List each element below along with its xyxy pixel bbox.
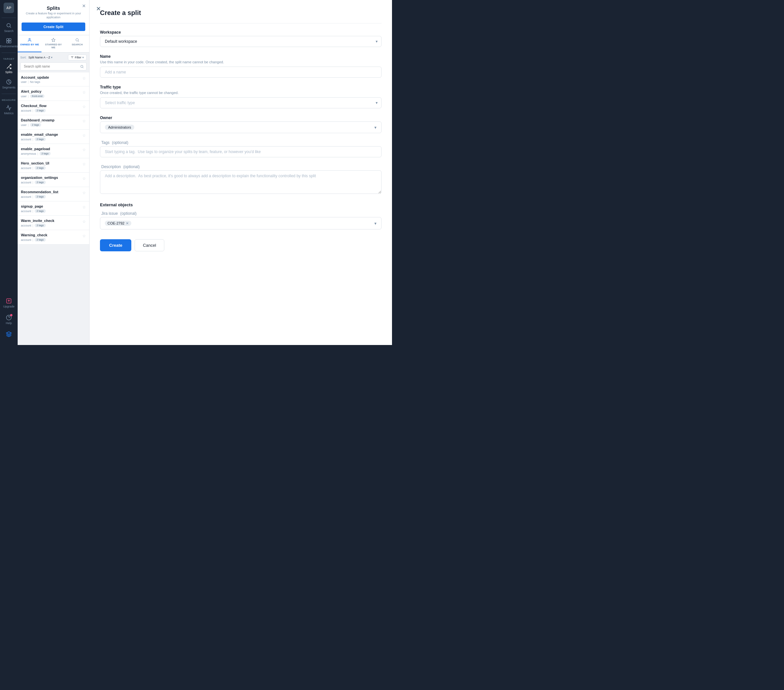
list-item[interactable]: organization_settings account | 2 tags ☆ — [18, 172, 89, 187]
list-item[interactable]: Hero_section_UI account | 2 tags ☆ — [18, 158, 89, 172]
split-item-info: Hero_section_UI account | 2 tags — [21, 161, 49, 170]
split-type: anonymous — [21, 152, 36, 155]
sort-value: Split Name A→Z — [28, 56, 50, 59]
tags-label: Tags (optional) — [100, 140, 382, 145]
star-button[interactable]: ☆ — [82, 90, 86, 95]
list-item[interactable]: Checkout_flow account | 2 tags ☆ — [18, 101, 89, 115]
star-button[interactable]: ☆ — [82, 119, 86, 123]
meta-separator: | — [33, 224, 33, 227]
tags-input[interactable] — [100, 146, 382, 157]
split-item-meta: user | No tags — [21, 80, 49, 84]
list-item[interactable]: Warm_invite_check account | 2 tags ☆ — [18, 216, 89, 230]
external-objects-title: External objects — [100, 202, 382, 207]
description-textarea[interactable] — [100, 170, 382, 194]
sidebar-item-search[interactable]: Search — [0, 20, 18, 35]
owner-chevron-icon: ▾ — [374, 125, 377, 130]
sidebar-section-measure: MEASURE — [0, 96, 18, 102]
list-item[interactable]: Dashboard_revamp user | 2 tags ☆ — [18, 115, 89, 130]
meta-separator: | — [28, 123, 29, 127]
sidebar-item-label: Metrics — [4, 112, 14, 115]
splits-panel-title: Splits — [21, 5, 85, 11]
tab-owned-by-me[interactable]: OWNED BY ME — [18, 35, 41, 52]
search-input[interactable] — [20, 62, 87, 71]
split-item-meta: account | 2 tags — [21, 238, 47, 242]
sidebar-divider-top — [2, 18, 16, 18]
form-buttons: Create Cancel — [100, 239, 382, 251]
sidebar-section-target: TARGET — [0, 55, 18, 61]
tab-starred-by-me[interactable]: STARRED BY ME — [41, 35, 65, 52]
split-item-name: Checkout_flow — [21, 104, 46, 108]
split-item-info: Dashboard_revamp user | 2 tags — [21, 118, 54, 127]
split-item-meta: user | 2 tags — [21, 123, 54, 127]
name-input[interactable] — [100, 67, 382, 78]
close-panel-button[interactable]: ✕ — [82, 3, 86, 8]
list-item[interactable]: enable_email_change account | 2 tags ☆ — [18, 130, 89, 144]
split-item-info: enable_email_change account | 2 tags — [21, 133, 58, 141]
filter-icon — [71, 56, 74, 59]
jira-input[interactable]: COE-2792 ✕ ▾ — [100, 217, 382, 230]
jira-tag-remove-button[interactable]: ✕ — [126, 222, 129, 225]
star-button[interactable]: ☆ — [82, 219, 86, 224]
star-button[interactable]: ☆ — [82, 104, 86, 109]
split-item-meta: user | front-end — [21, 94, 44, 98]
split-item-info: Checkout_flow account | 2 tags — [21, 104, 46, 112]
split-type: account — [21, 109, 31, 112]
meta-separator: | — [33, 166, 33, 170]
sidebar-item-environments[interactable]: Environments — [0, 35, 18, 51]
avatar[interactable]: AP — [3, 3, 14, 13]
sidebar-item-splits[interactable]: Splits — [0, 61, 18, 76]
owner-select[interactable]: Administrators ▾ — [100, 122, 382, 133]
create-split-button[interactable]: Create Split — [21, 23, 85, 31]
form-section-owner: Owner Administrators ▾ — [100, 115, 382, 133]
sidebar-item-label: Environments — [0, 45, 18, 48]
star-button[interactable]: ☆ — [82, 162, 86, 166]
split-type: user — [21, 95, 27, 98]
svg-rect-3 — [7, 41, 8, 43]
modal-close-button[interactable]: ✕ — [96, 5, 101, 12]
star-button[interactable]: ☆ — [82, 191, 86, 195]
split-item-meta: account | 2 tags — [21, 109, 46, 112]
notification-dot — [10, 314, 12, 316]
star-button[interactable]: ☆ — [82, 133, 86, 138]
owner-badge: Administrators — [105, 125, 134, 130]
split-item-name: signup_page — [21, 204, 46, 208]
split-item-meta: account | 2 tags — [21, 181, 58, 184]
sidebar-item-metrics[interactable]: Metrics — [0, 102, 18, 118]
split-item-info: Warning_check account | 2 tags — [21, 233, 47, 242]
sidebar-item-upgrade[interactable]: Upgrade — [2, 296, 16, 311]
form-section-name: Name Use this name in your code. Once cr… — [100, 54, 382, 78]
traffic-type-select[interactable]: Select traffic type — [100, 97, 382, 108]
list-item[interactable]: signup_page account | 2 tags ☆ — [18, 201, 89, 216]
upgrade-icon — [6, 298, 12, 304]
svg-point-14 — [81, 65, 83, 67]
sort-select[interactable]: Split Name A→Z ▾ — [28, 56, 53, 59]
filter-button[interactable]: Filter ▾ — [68, 54, 87, 61]
split-item-name: Alert_policy — [21, 89, 44, 94]
star-button[interactable]: ☆ — [82, 76, 86, 80]
list-item[interactable]: Warning_check account | 2 tags ☆ — [18, 230, 89, 245]
star-button[interactable]: ☆ — [82, 176, 86, 181]
sidebar-item-segments[interactable]: Segments — [0, 76, 18, 92]
star-button[interactable]: ☆ — [82, 148, 86, 152]
star-button[interactable]: ☆ — [82, 205, 86, 210]
list-item[interactable]: Recommendation_list account | 2 tags ☆ — [18, 187, 89, 201]
meta-separator: | — [38, 152, 38, 155]
list-item[interactable]: enable_pageload anonymous | 2 tags ☆ — [18, 144, 89, 158]
tab-search[interactable]: SEARCH — [65, 35, 89, 52]
split-item-name: enable_email_change — [21, 133, 58, 136]
list-item[interactable]: Account_update user | No tags ☆ — [18, 72, 89, 87]
modal-title: Create a split — [100, 8, 382, 16]
split-type: account — [21, 195, 31, 199]
star-button[interactable]: ☆ — [82, 234, 86, 238]
sidebar-item-help[interactable]: Help — [2, 312, 16, 327]
cancel-button[interactable]: Cancel — [135, 239, 164, 251]
create-button[interactable]: Create — [100, 239, 131, 251]
workspace-select[interactable]: Default workspace — [100, 36, 382, 47]
split-type: account — [21, 138, 31, 141]
tab-label: STARRED BY ME — [43, 43, 64, 49]
split-item-meta: anonymous | 2 tags — [21, 152, 51, 155]
filter-chevron-icon: ▾ — [82, 56, 84, 59]
sidebar-item-label: Search — [4, 30, 14, 33]
svg-point-8 — [29, 38, 30, 40]
list-item[interactable]: Alert_policy user | front-end ☆ — [18, 87, 89, 101]
